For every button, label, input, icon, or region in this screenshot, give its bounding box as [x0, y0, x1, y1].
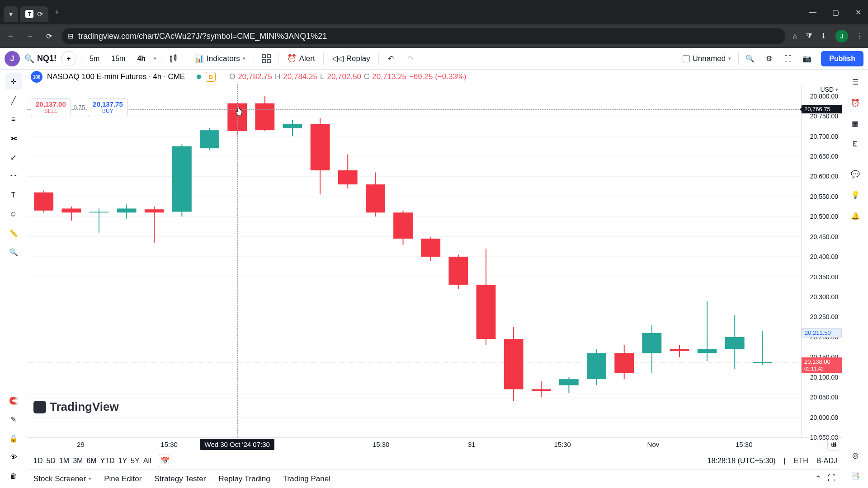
watchlist-button[interactable]: ☰ — [847, 73, 864, 90]
tab-dropdown-icon[interactable]: ▾ — [9, 10, 13, 19]
tab-replay-trading[interactable]: Replay Trading — [218, 474, 270, 483]
brush-tool[interactable]: 〰 — [5, 168, 22, 184]
reload-in-tab-icon[interactable]: ⟳ — [37, 10, 43, 19]
bookmark-icon[interactable]: ☆ — [792, 32, 798, 41]
low-label: L — [320, 72, 324, 81]
profile-avatar[interactable]: J — [835, 30, 848, 42]
window-minimize-icon[interactable]: — — [807, 8, 819, 17]
range-1m[interactable]: 1M — [57, 456, 71, 465]
downloads-icon[interactable]: ⭳ — [820, 32, 827, 40]
svg-rect-53 — [393, 212, 413, 239]
url-field[interactable]: ⊟ tradingview.com/chart/CAcWu27J/?symbol… — [61, 28, 785, 44]
new-tab-button[interactable]: + — [53, 8, 61, 16]
legend-title[interactable]: NASDAQ 100 E-mini Futures · 4h · CME — [47, 72, 185, 81]
tab-pine-editor[interactable]: Pine Editor — [104, 474, 142, 483]
window-close-icon[interactable]: ✕ — [852, 8, 864, 17]
time-tick: 15:30 — [160, 441, 178, 448]
kebab-menu-icon[interactable]: ⋮ — [856, 32, 863, 41]
buy-price: 20,137.75 — [93, 100, 123, 108]
extensions-icon[interactable]: ⧩ — [806, 32, 812, 40]
window-maximize-icon[interactable]: ▢ — [829, 8, 842, 17]
range-3m[interactable]: 3M — [71, 456, 85, 465]
forecast-tool[interactable]: ⤢ — [5, 149, 22, 165]
replay-button[interactable]: ◁◁ Replay — [328, 51, 374, 66]
text-tool[interactable]: T — [5, 187, 22, 203]
measure-tool[interactable]: 📏 — [5, 225, 22, 241]
fullscreen-button[interactable]: ⛶ — [780, 51, 796, 66]
range-1d[interactable]: 1D — [32, 456, 44, 465]
session-toggle[interactable]: ETH — [794, 457, 808, 465]
price-axis[interactable]: USD ▾ 20,800.0020,750.0020,700.0020,650.… — [801, 84, 842, 437]
calendar-button[interactable]: 🗓 — [847, 136, 864, 153]
indicators-button[interactable]: 📊 Indicators ▾ — [191, 51, 249, 66]
cursor-tool[interactable]: ✛ — [5, 73, 22, 89]
zoom-tool[interactable]: 🔍 — [5, 244, 22, 260]
user-avatar[interactable]: J — [5, 51, 20, 66]
range-5d[interactable]: 5D — [44, 456, 57, 465]
site-info-icon[interactable]: ⊟ — [68, 32, 74, 40]
layout-name-dropdown[interactable]: Unnamed ▾ — [679, 52, 735, 66]
lock-tool[interactable]: ✎ — [5, 411, 22, 427]
quick-search-button[interactable]: 🔍 — [742, 51, 758, 66]
emoji-tool[interactable]: ☺ — [5, 206, 22, 222]
reload-button[interactable]: ⟳ — [42, 30, 55, 42]
lock2-tool[interactable]: 🔒 — [5, 430, 22, 446]
snapshot-button[interactable]: 📷 — [799, 51, 815, 66]
undo-button[interactable]: ↶ — [383, 51, 399, 66]
chart-pane[interactable]: 20,137.00 SELL 0.75 20,137.75 BUY — [27, 84, 801, 437]
symbol-badge-icon: 100 — [31, 71, 42, 83]
indicators-icon: 📊 — [194, 54, 204, 63]
currency-selector[interactable]: USD ▾ — [820, 86, 838, 93]
svg-rect-7 — [267, 60, 270, 63]
chart-settings-button[interactable]: ⚙ — [761, 51, 777, 66]
ideas-stream-button[interactable]: 💡 — [847, 186, 864, 203]
sell-button[interactable]: 20,137.00 SELL — [31, 99, 71, 116]
range-6m[interactable]: 6M — [85, 456, 98, 465]
templates-button[interactable] — [259, 51, 274, 66]
symbol-search[interactable]: 🔍 NQ1! — [24, 54, 57, 64]
browser-tab-active[interactable]: T ⟳ — [20, 6, 48, 22]
trendline-tool[interactable]: ╱ — [5, 92, 22, 108]
hotlists-button[interactable]: ▦ — [847, 115, 864, 132]
fib-tool[interactable]: ≡ — [5, 111, 22, 127]
range-ytd[interactable]: YTD — [99, 456, 117, 465]
pattern-tool[interactable]: ⫘ — [5, 130, 22, 146]
back-button[interactable]: ← — [5, 30, 17, 42]
time-axis[interactable]: ⊕ 2915:3015:303115:30Nov15:304Wed 30 Oct… — [27, 437, 842, 452]
time-tick: 31 — [468, 441, 476, 448]
magnet-tool[interactable]: 🧲 — [5, 392, 22, 408]
adjustment-toggle[interactable]: B-ADJ — [816, 457, 837, 465]
chart-style-button[interactable] — [166, 51, 181, 66]
data-badge[interactable]: D — [206, 72, 216, 82]
notifications-button[interactable]: 🔔 — [847, 207, 864, 224]
maximize-panel-icon[interactable]: ⛶ — [828, 474, 835, 483]
publish-button[interactable]: Publish — [821, 51, 863, 66]
chat-button[interactable]: 💬 — [847, 165, 864, 183]
eye-tool[interactable]: 👁 — [5, 449, 22, 465]
price-tick: 20,600.00 — [810, 173, 838, 180]
timeframe-5m[interactable]: 5m — [86, 52, 103, 66]
alert-button[interactable]: ⏰ Alert — [283, 51, 319, 66]
svg-rect-69 — [614, 353, 634, 373]
dom-button[interactable]: 📑 — [847, 467, 864, 484]
range-5y[interactable]: 5Y — [129, 456, 142, 465]
tab-stock-screener[interactable]: Stock Screener ▾ — [33, 474, 91, 483]
browser-tab[interactable]: ▾ — [4, 6, 18, 22]
timeframe-4h[interactable]: 4h — [133, 52, 149, 66]
calendar-button[interactable]: 📅 — [159, 455, 171, 467]
buy-button[interactable]: 20,137.75 BUY — [88, 99, 128, 116]
range-all[interactable]: All — [142, 456, 153, 465]
low-value: 20,702.50 — [327, 72, 361, 81]
alerts-button[interactable]: ⏰ — [847, 94, 864, 111]
chevron-down-icon: ▾ — [835, 87, 838, 93]
svg-rect-71 — [642, 333, 661, 353]
trash-tool[interactable]: 🗑 — [5, 468, 22, 484]
tab-trading-panel[interactable]: Trading Panel — [283, 474, 330, 483]
timeframe-15m[interactable]: 15m — [108, 52, 129, 66]
object-tree-button[interactable]: ◎ — [847, 446, 864, 464]
add-symbol-button[interactable]: + — [61, 51, 76, 66]
tab-strategy-tester[interactable]: Strategy Tester — [154, 474, 206, 483]
range-1y[interactable]: 1Y — [117, 456, 129, 465]
collapse-panel-icon[interactable]: ⌃ — [815, 474, 821, 483]
timeframe-dropdown-icon[interactable]: ▾ — [154, 56, 156, 61]
